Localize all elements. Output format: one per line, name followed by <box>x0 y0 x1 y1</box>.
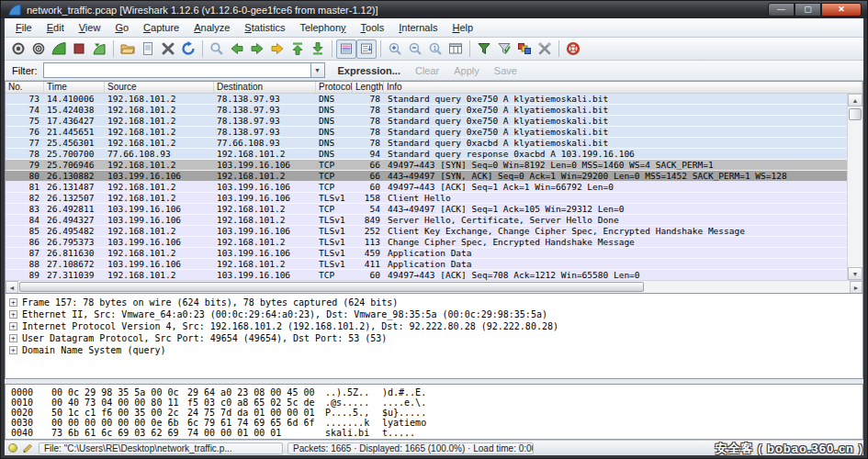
packet-row-79[interactable]: 7925.706946192.168.101.2103.199.16.106TC… <box>6 160 847 171</box>
cell-proto: DNS <box>316 105 353 115</box>
menu-telephony[interactable]: Telephony <box>292 19 353 36</box>
hex-row-0000[interactable]: 000000 0c 29 98 35 5a 00 0c29 64 a0 23 0… <box>11 387 862 397</box>
packet-row-75[interactable]: 7517.436427192.168.101.278.138.97.93DNS7… <box>6 116 847 127</box>
packet-row-89[interactable]: 8927.311039192.168.101.2103.199.16.106TC… <box>6 270 847 280</box>
maximize-button[interactable]: ▢ <box>795 3 821 17</box>
expand-icon[interactable]: + <box>9 310 17 319</box>
packet-row-73[interactable]: 7314.410006192.168.101.278.138.97.93DNS7… <box>6 94 847 105</box>
coloring-rules-icon[interactable] <box>514 39 535 59</box>
menu-analyze[interactable]: Analyze <box>186 19 237 36</box>
hex-row-0030[interactable]: 003000 00 00 00 00 00 0e 6b6c 79 61 74 6… <box>11 418 862 428</box>
expert-info-icon[interactable] <box>8 443 17 453</box>
scroll-up-icon[interactable]: ▲ <box>848 94 862 106</box>
expand-icon[interactable]: + <box>9 334 17 342</box>
hex-row-0020[interactable]: 002050 1c c1 f6 00 35 00 2c24 75 7d da 0… <box>11 408 862 418</box>
packet-row-80[interactable]: 8026.130882103.199.16.106192.168.101.2TC… <box>6 171 847 182</box>
reload-icon[interactable] <box>178 39 198 59</box>
clear-button[interactable]: Clear <box>415 65 439 76</box>
apply-button[interactable]: Apply <box>454 65 479 76</box>
filter-input[interactable] <box>43 62 311 78</box>
detail-line-2[interactable]: +Internet Protocol Version 4, Src: 192.1… <box>9 320 862 332</box>
scroll-right-icon[interactable]: ► <box>850 281 862 294</box>
title-bar[interactable]: network_traffic.pcap [Wireshark 1.12.6 (… <box>1 1 867 18</box>
detail-line-3[interactable]: +User Datagram Protocol, Src Port: 49654… <box>9 332 862 344</box>
column-header-time[interactable]: Time <box>44 82 105 93</box>
list-interfaces-icon[interactable] <box>8 39 28 59</box>
packet-row-87[interactable]: 8726.811630192.168.101.2103.199.16.106TL… <box>6 248 847 259</box>
packet-row-84[interactable]: 8426.494327103.199.16.106192.168.101.2TL… <box>6 215 847 226</box>
column-header-no[interactable]: No. <box>6 82 44 93</box>
packet-row-81[interactable]: 8126.131487192.168.101.2103.199.16.106TC… <box>6 182 847 193</box>
column-header-source[interactable]: Source <box>105 82 214 93</box>
menu-statistics[interactable]: Statistics <box>237 19 292 36</box>
column-header-protocol[interactable]: Protocol <box>316 82 353 93</box>
cell-dst: 78.138.97.93 <box>214 94 316 104</box>
menu-capture[interactable]: Capture <box>136 19 186 36</box>
packet-row-83[interactable]: 8326.492811103.199.16.106192.168.101.2TC… <box>6 204 847 215</box>
scroll-left-icon[interactable]: ◄ <box>6 281 18 294</box>
filter-dropdown-arrow-icon[interactable]: ▼ <box>311 62 325 78</box>
hex-row-0010[interactable]: 001000 40 73 04 00 00 80 11f5 03 c0 a8 6… <box>11 397 862 408</box>
horizontal-scroll-thumb[interactable] <box>19 282 644 292</box>
detail-line-4[interactable]: +Domain Name System (query) <box>9 344 862 356</box>
packet-row-77[interactable]: 7725.456301192.168.101.277.66.108.93DNS7… <box>6 138 847 149</box>
packet-row-82[interactable]: 8226.132507192.168.101.2103.199.16.106TL… <box>6 193 847 204</box>
save-file-icon[interactable] <box>138 39 158 59</box>
go-top-icon[interactable] <box>287 39 308 59</box>
restart-capture-icon[interactable] <box>89 39 109 59</box>
column-header-length[interactable]: Length <box>353 82 384 93</box>
vertical-scrollbar[interactable]: ▲ ▼ <box>847 94 862 280</box>
packet-row-74[interactable]: 7415.424038192.168.101.278.138.97.93DNS7… <box>6 105 847 116</box>
vertical-scroll-thumb[interactable] <box>849 108 862 120</box>
packet-row-78[interactable]: 7825.70070077.66.108.93192.168.101.2DNS9… <box>6 149 847 160</box>
preferences-icon[interactable] <box>535 39 555 59</box>
zoom-100-icon[interactable]: 1 <box>425 39 445 59</box>
expand-icon[interactable]: + <box>9 298 17 307</box>
detail-line-1[interactable]: +Ethernet II, Src: Vmware_64:a0:23 (00:0… <box>9 308 862 320</box>
close-button[interactable]: ✕ <box>821 3 862 17</box>
expand-icon[interactable]: + <box>9 346 17 354</box>
close-file-icon[interactable] <box>158 39 178 59</box>
wireshark-window: network_traffic.pcap [Wireshark 1.12.6 (… <box>0 0 868 459</box>
display-filter-icon[interactable] <box>494 39 514 59</box>
packet-row-76[interactable]: 7621.445651192.168.101.278.138.97.93DNS7… <box>6 127 847 138</box>
open-file-icon[interactable] <box>118 39 138 59</box>
menu-tools[interactable]: Tools <box>354 19 392 36</box>
menu-go[interactable]: Go <box>107 19 136 36</box>
menu-edit[interactable]: Edit <box>39 19 72 36</box>
menu-internals[interactable]: Internals <box>391 19 445 36</box>
detail-line-0[interactable]: +Frame 157: 78 bytes on wire (624 bits),… <box>9 297 862 308</box>
menu-file[interactable]: File <box>8 19 39 36</box>
go-forward-icon[interactable] <box>247 39 267 59</box>
packet-row-86[interactable]: 8626.795373103.199.16.106192.168.101.2TL… <box>6 237 847 248</box>
help-icon[interactable] <box>563 39 583 59</box>
expression-button[interactable]: Expression... <box>338 65 400 76</box>
menu-view[interactable]: View <box>72 19 108 36</box>
expand-icon[interactable]: + <box>9 322 17 330</box>
zoom-out-icon[interactable] <box>405 39 425 59</box>
autoscroll-icon[interactable] <box>356 39 377 59</box>
capture-comment-icon[interactable] <box>21 442 34 454</box>
resize-columns-icon[interactable] <box>445 39 466 59</box>
packet-row-85[interactable]: 8526.495482192.168.101.2103.199.16.106TL… <box>6 226 847 237</box>
zoom-in-icon[interactable] <box>385 39 405 59</box>
colorize-icon[interactable] <box>336 39 356 59</box>
go-to-packet-icon[interactable] <box>267 39 287 59</box>
minimize-button[interactable]: — <box>768 3 795 17</box>
cell-proto: TCP <box>316 171 353 181</box>
hex-row-0040[interactable]: 004073 6b 61 6c 69 03 62 6974 00 00 01 0… <box>11 428 862 438</box>
start-capture-icon[interactable] <box>49 39 69 59</box>
packet-row-88[interactable]: 8827.108672103.199.16.106192.168.101.2TL… <box>6 259 847 270</box>
column-header-destination[interactable]: Destination <box>214 82 316 93</box>
capture-filter-icon[interactable] <box>474 39 494 59</box>
scroll-down-icon[interactable]: ▼ <box>848 267 862 280</box>
go-bottom-icon[interactable] <box>308 39 328 59</box>
find-packet-icon[interactable] <box>207 39 227 59</box>
capture-options-icon[interactable] <box>28 39 49 59</box>
menu-help[interactable]: Help <box>445 19 480 36</box>
horizontal-scrollbar[interactable]: ◄ ► <box>6 280 862 293</box>
stop-capture-icon[interactable] <box>69 39 89 59</box>
go-back-icon[interactable] <box>227 39 247 59</box>
save-button[interactable]: Save <box>494 65 517 76</box>
column-header-info[interactable]: Info <box>384 82 862 93</box>
